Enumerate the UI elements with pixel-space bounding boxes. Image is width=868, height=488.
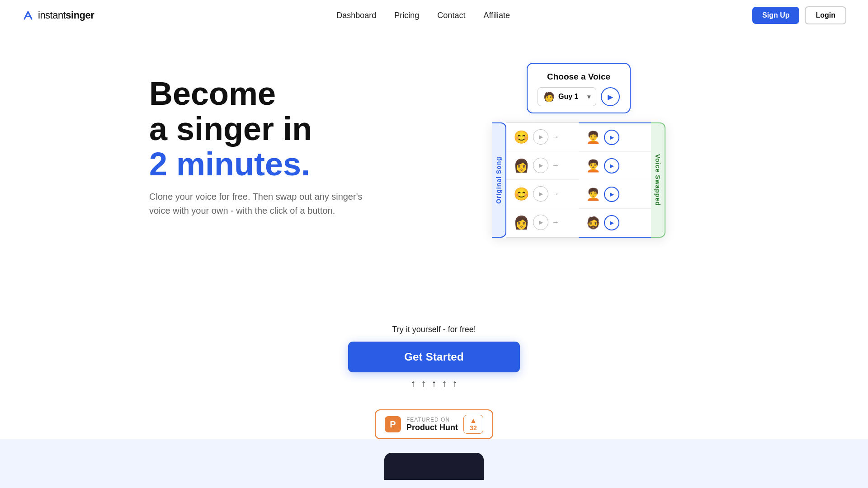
play-icon: ▶ [610, 163, 614, 169]
nav-links: Dashboard Pricing Contact Affiliate [336, 11, 510, 20]
nav-dashboard[interactable]: Dashboard [336, 11, 376, 20]
cta-subtext: Try it yourself - for free! [392, 325, 476, 334]
choose-voice-title: Choose a Voice [538, 72, 620, 82]
play-icon: ▶ [539, 162, 543, 169]
choose-voice-card: Choose a Voice 🧑 Guy 1 ▾ ▶ [527, 63, 631, 113]
table-row: 🧑‍🦱 ▶ [579, 152, 651, 180]
swapped-emoji-1: 🧑‍🦱 [586, 131, 600, 145]
product-hunt-votes: ▲ 32 [463, 415, 483, 434]
product-hunt-badge[interactable]: P FEATURED ON Product Hunt ▲ 32 [375, 409, 493, 439]
nav-actions: Sign Up Login [752, 6, 846, 24]
table-row: 🧑‍🦱 ▶ [579, 123, 651, 152]
play-icon: ▶ [608, 93, 613, 101]
play-original-3[interactable]: ▶ [533, 186, 548, 202]
play-icon: ▶ [539, 191, 543, 197]
login-button[interactable]: Login [805, 6, 846, 24]
vote-count: 32 [470, 424, 477, 432]
original-song-label: Original Song [492, 122, 506, 238]
play-original-4[interactable]: ▶ [533, 215, 548, 230]
swapped-emoji-2: 🧑‍🦱 [586, 159, 600, 173]
hero-visual: Choose a Voice 🧑 Guy 1 ▾ ▶ Original Song… [439, 58, 719, 238]
table-row: 😊 ▶ → [506, 180, 579, 208]
arrow-icon-1: → [552, 133, 559, 141]
play-swapped-2[interactable]: ▶ [604, 158, 619, 174]
table-row: 😊 ▶ → [506, 123, 579, 151]
product-hunt-name: Product Hunt [406, 423, 458, 432]
table-row: 👩 ▶ → [506, 208, 579, 236]
product-hunt-section: P FEATURED ON Product Hunt ▲ 32 [0, 399, 868, 439]
swapped-voice-column: 🧑‍🦱 ▶ 🧑‍🦱 ▶ 🧑‍🦱 ▶ [579, 122, 651, 238]
hero-section: Become a singer in 2 minutes. Clone your… [0, 31, 868, 311]
logo[interactable]: instantsinger [22, 9, 94, 22]
chevron-down-icon: ▾ [587, 93, 590, 100]
hero-text: Become a singer in 2 minutes. Clone your… [149, 58, 402, 218]
table-row: 🧔 ▶ [579, 209, 651, 237]
voice-select-row: 🧑 Guy 1 ▾ ▶ [538, 87, 620, 106]
nav-contact[interactable]: Contact [437, 11, 465, 20]
singer-emoji-4: 👩 [514, 215, 529, 230]
arrow-up-1: ↑ [411, 378, 416, 389]
get-started-button[interactable]: Get Started [348, 342, 520, 372]
voice-swap-table: Original Song 😊 ▶ → 👩 ▶ → [492, 122, 665, 238]
nav-pricing[interactable]: Pricing [394, 11, 419, 20]
arrow-up-3: ↑ [432, 378, 437, 389]
singer-emoji-3: 😊 [514, 187, 529, 202]
play-original-1[interactable]: ▶ [533, 129, 548, 145]
arrow-up-2: ↑ [421, 378, 426, 389]
hero-title: Become a singer in 2 minutes. [149, 76, 402, 182]
original-song-column: 😊 ▶ → 👩 ▶ → 😊 ▶ [506, 122, 579, 238]
voice-name: Guy 1 [558, 93, 584, 101]
voice-play-button[interactable]: ▶ [601, 87, 620, 106]
play-swapped-1[interactable]: ▶ [604, 130, 619, 145]
nav-affiliate[interactable]: Affiliate [483, 11, 510, 20]
arrow-row: ↑ ↑ ↑ ↑ ↑ [411, 378, 458, 389]
play-icon: ▶ [539, 134, 543, 140]
singer-emoji-1: 😊 [514, 130, 529, 145]
logo-text: instantsinger [38, 9, 94, 21]
singer-emoji-2: 👩 [514, 158, 529, 173]
product-hunt-logo: P [385, 416, 401, 432]
arrow-icon-4: → [552, 218, 559, 226]
logo-icon [22, 9, 34, 22]
featured-label: FEATURED ON [406, 417, 458, 423]
voice-swapped-label: Voice Swapped [651, 122, 665, 238]
play-icon: ▶ [610, 134, 614, 141]
swapped-emoji-4: 🧔 [586, 216, 600, 230]
voice-emoji: 🧑 [543, 91, 555, 102]
play-swapped-3[interactable]: ▶ [604, 187, 619, 202]
arrow-icon-2: → [552, 161, 559, 169]
upvote-icon: ▲ [470, 417, 477, 424]
voice-dropdown[interactable]: 🧑 Guy 1 ▾ [538, 87, 596, 106]
arrow-icon-3: → [552, 190, 559, 198]
hero-description: Clone your voice for free. Then swap out… [149, 190, 366, 218]
navbar: instantsinger Dashboard Pricing Contact … [0, 0, 868, 31]
play-icon: ▶ [610, 191, 614, 197]
play-icon: ▶ [610, 220, 614, 226]
swapped-emoji-3: 🧑‍🦱 [586, 188, 600, 202]
bottom-section [0, 439, 868, 488]
product-hunt-text: FEATURED ON Product Hunt [406, 417, 458, 432]
play-swapped-4[interactable]: ▶ [604, 215, 619, 230]
table-row: 🧑‍🦱 ▶ [579, 180, 651, 209]
cta-section: Try it yourself - for free! Get Started … [0, 311, 868, 399]
signup-button[interactable]: Sign Up [752, 7, 799, 24]
play-icon: ▶ [539, 219, 543, 225]
bottom-card [384, 453, 484, 480]
play-original-2[interactable]: ▶ [533, 158, 548, 173]
arrow-up-5: ↑ [453, 378, 458, 389]
arrow-up-4: ↑ [442, 378, 447, 389]
table-row: 👩 ▶ → [506, 151, 579, 180]
